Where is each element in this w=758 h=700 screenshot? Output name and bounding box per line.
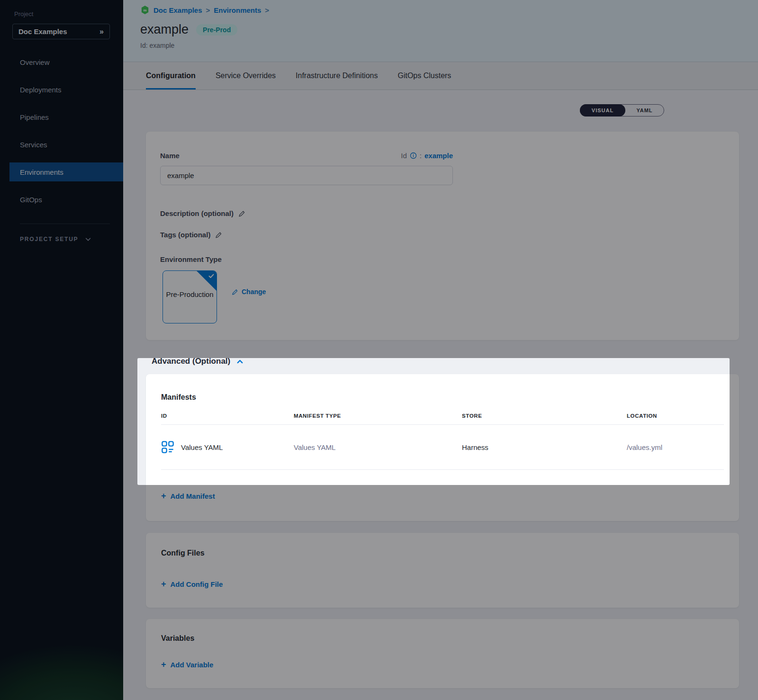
environment-type-card[interactable]: Pre-Production xyxy=(162,270,217,323)
add-manifest-button[interactable]: + Add Manifest xyxy=(161,492,215,500)
pencil-icon xyxy=(215,231,222,239)
breadcrumb-separator: > xyxy=(206,6,210,14)
toggle-visual[interactable]: VISUAL xyxy=(580,104,625,117)
toggle-yaml[interactable]: YAML xyxy=(625,105,664,116)
entity-id: Id: example xyxy=(140,42,758,49)
project-selector[interactable]: Doc Examples » xyxy=(12,24,110,39)
page-header: ∞ Doc Examples > Environments > example … xyxy=(123,0,758,62)
content-area: VISUAL YAML Name Id : example Descriptio… xyxy=(123,90,758,700)
manifests-title: Manifests xyxy=(161,393,196,402)
sidebar-nav: Overview Deployments Pipelines Services … xyxy=(0,53,123,217)
config-files-title: Config Files xyxy=(161,549,205,557)
manifest-type-cell: Values YAML xyxy=(294,443,462,451)
project-label: Project xyxy=(14,10,33,18)
svg-text:∞: ∞ xyxy=(143,8,146,13)
tab-gitops-clusters[interactable]: GitOps Clusters xyxy=(397,62,451,90)
id-display: Id : example xyxy=(401,152,453,160)
tab-bar: Configuration Service Overrides Infrastr… xyxy=(123,62,758,90)
column-header-manifest-type: MANIFEST TYPE xyxy=(294,413,462,419)
page-title: example xyxy=(140,22,189,37)
table-row[interactable]: Values YAML Values YAML Harness /values.… xyxy=(161,425,724,469)
breadcrumb-environments-link[interactable]: Environments xyxy=(214,6,261,14)
environment-type-label: Environment Type xyxy=(160,255,222,263)
id-value[interactable]: example xyxy=(424,152,453,160)
plus-icon: + xyxy=(161,660,166,669)
tab-infrastructure-definitions[interactable]: Infrastructure Definitions xyxy=(296,62,378,90)
project-setup-toggle[interactable]: PROJECT SETUP xyxy=(20,236,91,242)
environment-type-value: Pre-Production xyxy=(163,289,217,300)
harness-logo-icon: ∞ xyxy=(140,5,150,15)
breadcrumb: ∞ Doc Examples > Environments > xyxy=(140,5,758,15)
values-yaml-manifest-icon xyxy=(161,440,174,454)
tab-configuration[interactable]: Configuration xyxy=(146,62,196,90)
title-row: example Pre-Prod xyxy=(140,22,758,37)
breadcrumb-separator: > xyxy=(265,6,269,14)
name-input[interactable] xyxy=(160,166,453,185)
pencil-icon xyxy=(238,210,245,217)
sidebar-divider xyxy=(20,224,110,224)
column-header-id: ID xyxy=(161,413,294,419)
plus-icon: + xyxy=(161,580,166,588)
sidebar-item-pipelines[interactable]: Pipelines xyxy=(0,108,123,126)
environment-type-badge: Pre-Prod xyxy=(196,24,237,36)
add-config-file-button[interactable]: + Add Config File xyxy=(161,580,223,588)
manifest-location-cell: /values.yml xyxy=(627,443,724,451)
sidebar-item-environments[interactable]: Environments xyxy=(9,162,123,181)
double-chevron-icon: » xyxy=(99,27,104,36)
sidebar-item-overview[interactable]: Overview xyxy=(0,53,123,72)
app-root: Project Doc Examples » Overview Deployme… xyxy=(0,0,758,700)
config-files-card: Config Files + Add Config File xyxy=(146,533,739,608)
sidebar-item-deployments[interactable]: Deployments xyxy=(0,80,123,99)
sidebar-item-gitops[interactable]: GitOps xyxy=(0,190,123,209)
description-label: Description (optional) xyxy=(160,209,234,217)
pencil-icon xyxy=(231,288,238,296)
variables-card: Variables + Add Variable xyxy=(146,619,739,688)
description-edit[interactable]: Description (optional) xyxy=(160,209,245,217)
project-selector-name: Doc Examples xyxy=(18,27,67,36)
tags-edit[interactable]: Tags (optional) xyxy=(160,231,222,239)
chevron-up-icon xyxy=(236,358,244,365)
visual-yaml-toggle: VISUAL YAML xyxy=(580,104,664,117)
info-icon[interactable] xyxy=(410,152,417,159)
name-label: Name xyxy=(160,152,180,160)
plus-icon: + xyxy=(161,492,166,500)
manifest-store-cell: Harness xyxy=(462,443,627,451)
add-variable-button[interactable]: + Add Variable xyxy=(161,660,213,669)
main-area: ∞ Doc Examples > Environments > example … xyxy=(123,0,758,700)
manifests-card: Manifests ID MANIFEST TYPE STORE LOCATIO… xyxy=(146,374,739,521)
chevron-down-icon xyxy=(85,236,91,242)
column-header-store: STORE xyxy=(462,413,627,419)
sidebar: Project Doc Examples » Overview Deployme… xyxy=(0,0,123,700)
change-environment-type-button[interactable]: Change xyxy=(231,288,266,296)
table-divider xyxy=(161,469,724,470)
tab-service-overrides[interactable]: Service Overrides xyxy=(216,62,276,90)
variables-title: Variables xyxy=(161,634,194,643)
manifests-table: ID MANIFEST TYPE STORE LOCATION Values Y… xyxy=(161,407,724,470)
sidebar-item-services[interactable]: Services xyxy=(0,135,123,154)
environment-form-card: Name Id : example Description (optional)… xyxy=(146,132,739,340)
manifests-table-header: ID MANIFEST TYPE STORE LOCATION xyxy=(161,407,724,424)
column-header-location: LOCATION xyxy=(627,413,724,419)
advanced-section-toggle[interactable]: Advanced (Optional) xyxy=(152,357,244,366)
name-row: Name Id : example xyxy=(160,152,453,160)
breadcrumb-project-link[interactable]: Doc Examples xyxy=(153,6,202,14)
manifest-id-cell[interactable]: Values YAML xyxy=(161,440,294,454)
tags-label: Tags (optional) xyxy=(160,231,210,239)
check-icon xyxy=(208,274,214,278)
sidebar-decoration xyxy=(0,586,123,700)
